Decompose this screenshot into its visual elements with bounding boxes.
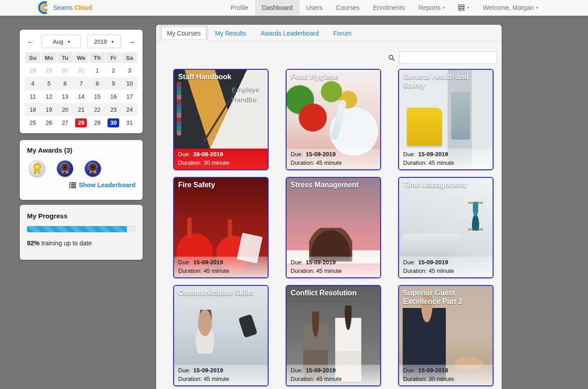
- duration-label: Duration:: [178, 375, 202, 382]
- course-card[interactable]: EmployeHandbo Staff Handbook Due:28-08-2…: [173, 69, 269, 170]
- calendar-day-cell[interactable]: 21: [73, 103, 90, 116]
- calendar-day-cell[interactable]: 31: [121, 116, 138, 129]
- calendar-day-header: Fr: [105, 52, 121, 63]
- calendar-day-cell[interactable]: 27: [57, 116, 73, 129]
- due-label: Due:: [403, 367, 415, 374]
- nav-item-list-menu[interactable]: ▾: [452, 0, 476, 15]
- course-footer: Due:15-09-2019 Duration: 45 minute: [287, 257, 380, 277]
- calendar-day-cell[interactable]: 9: [105, 77, 121, 90]
- dashboard-main-panel: My Courses My Results Awards Leaderboard…: [156, 25, 502, 389]
- calendar-year-select[interactable]: 2019▾: [87, 35, 121, 48]
- duration-label: Duration:: [178, 267, 202, 274]
- course-card[interactable]: Fire Safety Due:15-09-2019 Duration: 45 …: [173, 177, 269, 278]
- calendar-day-cell[interactable]: 14: [73, 90, 90, 103]
- calendar-next-month-button[interactable]: →: [126, 37, 137, 45]
- nav-item-reports[interactable]: Reports▾: [412, 0, 452, 15]
- calendar-day-cell[interactable]: 24: [121, 103, 138, 116]
- calendar-day-cell[interactable]: 25: [25, 116, 41, 129]
- course-card[interactable]: Superior Guest Excellence Part 2 Due:15-…: [398, 285, 494, 386]
- due-label: Due:: [178, 259, 190, 266]
- calendar-day-cell[interactable]: 8: [89, 77, 105, 90]
- progress-bar-fill: [27, 226, 127, 232]
- gold-rosette-badge-icon[interactable]: [29, 160, 45, 177]
- tab-my-courses[interactable]: My Courses: [160, 25, 208, 41]
- course-footer: Due:15-09-2019 Duration: 45 minute: [174, 365, 268, 385]
- calendar-day-cell[interactable]: 30: [105, 116, 121, 129]
- calendar-day-header: We: [73, 52, 90, 63]
- course-footer: Due:15-09-2019 Duration: 45 minute: [287, 149, 380, 169]
- tab-forum[interactable]: Forum: [326, 25, 359, 41]
- nav-item-users[interactable]: Users: [300, 0, 330, 15]
- course-due-date: 15-09-2019: [305, 151, 336, 158]
- calendar-day-headers: SuMoTuWeThFrSa: [25, 52, 138, 63]
- course-card[interactable]: Stress Management Due:15-09-2019 Duratio…: [286, 177, 381, 278]
- list-menu-icon: [458, 5, 465, 11]
- course-card[interactable]: Time Management Due:15-09-2019 Duration:…: [398, 177, 494, 278]
- course-duration: 30 minute: [428, 375, 454, 382]
- calendar-day-cell[interactable]: 7: [73, 77, 90, 90]
- calendar-day-cell[interactable]: 16: [105, 90, 121, 103]
- nav-item-dashboard[interactable]: Dashboard: [255, 0, 300, 15]
- calendar-day-cell[interactable]: 30: [57, 63, 73, 77]
- calendar-day-cell[interactable]: 29: [41, 63, 57, 77]
- calendar-day-cell[interactable]: 1: [89, 63, 105, 77]
- course-duration: 45 minute: [428, 267, 454, 274]
- calendar-day-cell[interactable]: 10: [121, 77, 138, 90]
- calendar-day-cell[interactable]: 31: [73, 63, 90, 77]
- due-label: Due:: [291, 259, 303, 266]
- calendar-day-cell[interactable]: 5: [41, 77, 57, 90]
- calendar-day-cell[interactable]: 11: [25, 90, 41, 103]
- calendar-day-cell[interactable]: 19: [41, 103, 57, 116]
- course-search-input[interactable]: [399, 51, 497, 64]
- calendar-day-cell[interactable]: 3: [121, 63, 138, 77]
- course-footer: Due:15-09-2019 Duration: 45 minute: [287, 365, 380, 385]
- calendar-day-cell[interactable]: 26: [41, 116, 57, 129]
- brand-logo[interactable]: Seams Cloud: [38, 0, 92, 15]
- calendar-day-cell[interactable]: 13: [57, 90, 73, 103]
- calendar-day-cell[interactable]: 23: [105, 103, 121, 116]
- blue-medal-badge-icon[interactable]: [85, 160, 101, 177]
- seams-cloud-logo-icon: [38, 1, 52, 14]
- calendar-day-cell[interactable]: 15: [89, 90, 105, 103]
- calendar-prev-month-button[interactable]: ←: [25, 37, 36, 45]
- calendar-day-cell[interactable]: 22: [89, 103, 105, 116]
- my-awards-panel: My Awards (3): [20, 140, 143, 200]
- calendar-day-cell[interactable]: 20: [57, 103, 73, 116]
- calendar-day-header: Tu: [57, 52, 73, 63]
- calendar-day-cell[interactable]: 12: [41, 90, 57, 103]
- calendar-day-cell[interactable]: 4: [25, 77, 41, 90]
- show-leaderboard-link[interactable]: Show Leaderboard: [27, 181, 135, 189]
- course-card[interactable]: Conflict Resolution Due:15-09-2019 Durat…: [286, 285, 381, 386]
- course-card[interactable]: General Health and Safety Due:15-09-2019…: [398, 69, 494, 170]
- duration-label: Duration:: [178, 159, 202, 166]
- course-duration: 45 minute: [428, 159, 454, 166]
- calendar-day-cell[interactable]: 28: [73, 116, 90, 129]
- calendar-day-cell[interactable]: 2: [105, 63, 121, 77]
- calendar-day-cell[interactable]: 6: [57, 77, 73, 90]
- nav-item-profile[interactable]: Profile: [224, 0, 255, 15]
- tab-my-results[interactable]: My Results: [208, 25, 253, 41]
- calendar-day-cell[interactable]: 18: [25, 103, 41, 116]
- blue-medal-badge-icon[interactable]: [57, 160, 73, 177]
- calendar-week-row: 25262728293031: [25, 116, 138, 129]
- calendar-week-row: 11121314151617: [25, 90, 138, 103]
- chevron-down-icon: ▾: [443, 5, 445, 10]
- nav-item-enrolments[interactable]: Enrolments: [366, 0, 412, 15]
- calendar-day-cell[interactable]: 17: [121, 90, 138, 103]
- course-card[interactable]: Communication Skills Due:15-09-2019 Dura…: [173, 285, 269, 386]
- course-card[interactable]: Food Hygiene Due:15-09-2019 Duration: 45…: [286, 69, 381, 170]
- course-title: Conflict Resolution: [291, 289, 376, 297]
- calendar-day-cell[interactable]: 29: [89, 116, 105, 129]
- course-due-date: 15-09-2019: [418, 367, 448, 374]
- nav-item-user-menu[interactable]: Welcome, Morgan▾: [476, 0, 545, 15]
- course-title: Food Hygiene: [291, 72, 376, 81]
- course-title: Stress Management: [291, 181, 376, 189]
- tab-awards-leaderboard[interactable]: Awards Leaderboard: [253, 25, 326, 41]
- brand-name: Seams Cloud: [53, 4, 92, 11]
- nav-item-courses[interactable]: Courses: [329, 0, 366, 15]
- due-label: Due:: [403, 151, 415, 158]
- chevron-down-icon: ▾: [536, 5, 538, 10]
- calendar-day-header: Mo: [41, 52, 57, 63]
- calendar-day-cell[interactable]: 28: [25, 63, 41, 77]
- calendar-month-select[interactable]: Aug▾: [41, 35, 81, 48]
